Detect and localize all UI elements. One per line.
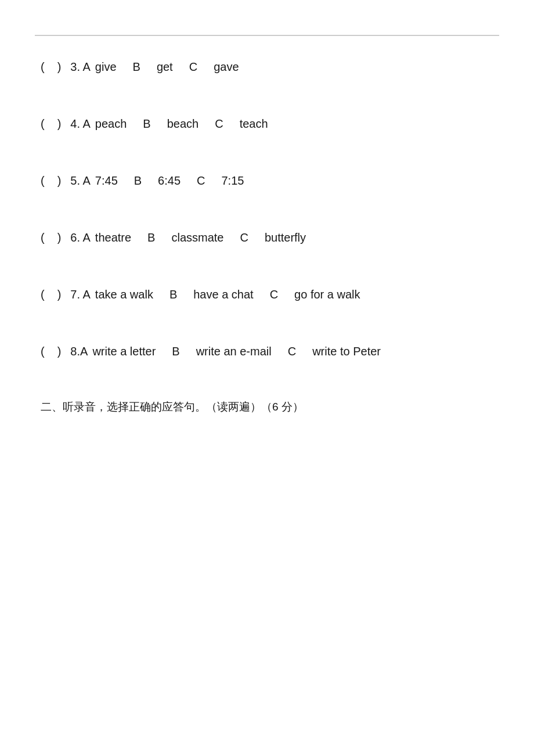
bracket-open-3: ( (41, 58, 45, 75)
option-4b-label: B (143, 115, 150, 132)
answer-blank-8 (47, 343, 57, 360)
option-7c: go for a walk (294, 286, 360, 303)
question-row-6: ( ) 6. A theatre B classmate C butterfly (41, 229, 493, 246)
option-7b: have a chat (193, 286, 253, 303)
option-8c-label: C (288, 343, 296, 360)
question-row-8: ( ) 8.A write a letter B write an e-mail… (41, 343, 493, 360)
question-row-7: ( ) 7. A take a walk B have a chat C go … (41, 286, 493, 303)
option-3c-label: C (189, 58, 197, 75)
bracket-close-3: ) (57, 58, 62, 75)
answer-blank-3 (47, 58, 57, 75)
option-3b-label: B (133, 58, 140, 75)
option-5b: 6:45 (158, 172, 181, 189)
section-two: 二、听录音，选择正确的应答句。（读两遍）（6 分） (41, 399, 493, 415)
question-number-5: 5. A (70, 172, 90, 189)
option-6c: butterfly (265, 229, 306, 246)
question-row-3: ( ) 3. A give B get C gave (41, 58, 493, 75)
option-5c: 7:15 (222, 172, 244, 189)
option-4b: beach (167, 115, 199, 132)
answer-blank-5 (47, 172, 57, 189)
bracket-close-8: ) (57, 343, 62, 360)
bracket-close-7: ) (57, 286, 62, 303)
option-4c-label: C (215, 115, 223, 132)
question-row-4: ( ) 4. A peach B beach C teach (41, 115, 493, 132)
bracket-close-6: ) (57, 229, 62, 246)
answer-blank-4 (47, 115, 57, 132)
option-6c-label: C (240, 229, 248, 246)
section-two-label: 二、听录音，选择正确的应答句。（读两遍）（6 分） (41, 401, 304, 413)
option-6b: classmate (171, 229, 223, 246)
question-number-6: 6. A (70, 229, 90, 246)
option-8c: write to Peter (312, 343, 381, 360)
bracket-open-6: ( (41, 229, 45, 246)
option-6b-label: B (147, 229, 155, 246)
option-4c: teach (240, 115, 268, 132)
bracket-close-5: ) (57, 172, 62, 189)
option-8b: write an e-mail (196, 343, 272, 360)
option-7a: take a walk (95, 286, 153, 303)
option-7c-label: C (270, 286, 278, 303)
bracket-close-4: ) (57, 115, 62, 132)
option-5a: 7:45 (95, 172, 118, 189)
top-divider (35, 35, 499, 36)
bracket-open-7: ( (41, 286, 45, 303)
question-number-4: 4. A (70, 115, 90, 132)
option-7b-label: B (169, 286, 177, 303)
option-8a: write a letter (92, 343, 156, 360)
option-5c-label: C (197, 172, 205, 189)
question-number-3: 3. A (70, 58, 90, 75)
option-5b-label: B (134, 172, 142, 189)
questions-container: ( ) 3. A give B get C gave ( ) 4. A peac… (0, 0, 534, 449)
option-3c: gave (214, 58, 239, 75)
bracket-open-4: ( (41, 115, 45, 132)
option-3a: give (95, 58, 117, 75)
option-4a: peach (95, 115, 127, 132)
question-number-7: 7. A (70, 286, 90, 303)
bracket-open-8: ( (41, 343, 45, 360)
answer-blank-7 (47, 286, 57, 303)
bracket-open-5: ( (41, 172, 45, 189)
question-row-5: ( ) 5. A 7:45 B 6:45 C 7:15 (41, 172, 493, 189)
answer-blank-6 (47, 229, 57, 246)
option-8b-label: B (172, 343, 179, 360)
option-6a: theatre (95, 229, 131, 246)
option-3b: get (157, 58, 173, 75)
question-number-8: 8.A (70, 343, 88, 360)
